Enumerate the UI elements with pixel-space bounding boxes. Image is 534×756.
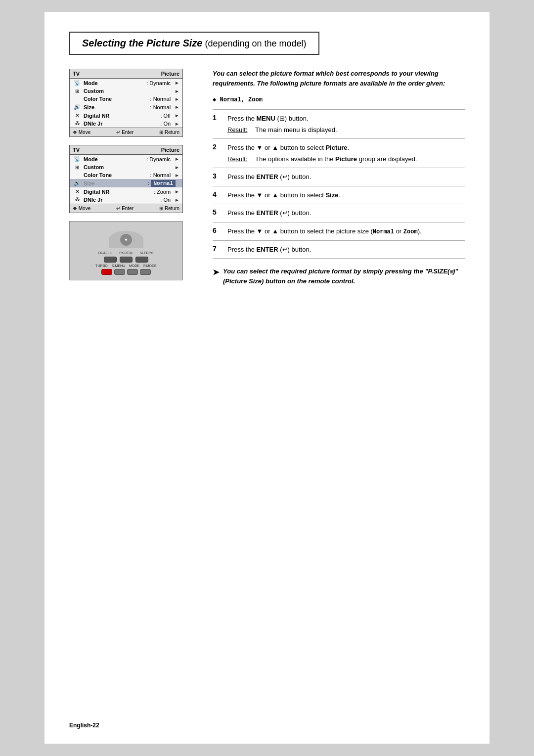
m2-colortone-value: : Normal: [150, 172, 171, 178]
m2-custom-arrow: ►: [175, 165, 179, 170]
page: Selecting the Picture Size (depending on…: [44, 12, 490, 744]
dnr-label: Digital NR: [84, 113, 159, 119]
step-5-row: 5 Press the ENTER (↵) button.: [213, 204, 465, 222]
step-1-num: 1: [213, 110, 227, 139]
step-4-keyword: Size: [325, 191, 338, 199]
menu-symbol: (⊞): [277, 115, 287, 122]
step-2-row: 2 Press the ▼ or ▲ button to select Pict…: [213, 139, 465, 168]
step-3-text: Press the ENTER (↵) button.: [227, 172, 465, 182]
step-3-keyword: ENTER: [257, 173, 278, 180]
step-2-result-text: The options available in the Picture gro…: [255, 154, 417, 164]
menu2-row-colortone: Color Tone : Normal ►: [70, 171, 182, 179]
page-title: Selecting the Picture Size (depending on…: [82, 38, 307, 48]
m2-size-label: Size: [84, 180, 146, 186]
step-5-text: Press the ENTER (↵) button.: [227, 208, 465, 218]
remote-btn-pmode: [140, 269, 151, 275]
step-7-num: 7: [213, 240, 227, 259]
page-number: English-22: [69, 722, 99, 729]
dnie-arrow: ►: [175, 121, 179, 127]
step-2-result: Result: The options available in the Pic…: [227, 154, 465, 164]
step-6-text: Press the ▼ or ▲ button to select the pi…: [227, 226, 465, 236]
step-6-content: Press the ▼ or ▲ button to select the pi…: [227, 222, 465, 240]
menu1-row-dnr: ✕ Digital NR : Off ►: [70, 111, 182, 120]
step-6-normal: Normal: [373, 228, 394, 235]
remote-label-psize: P.SIZE⊞: [119, 251, 133, 255]
menu2-footer: ❖ Move ↵ Enter ⊞ Return: [70, 204, 182, 213]
dnie-value: : On: [160, 121, 171, 127]
step-7-row: 7 Press the ENTER (↵) button.: [213, 240, 465, 259]
m2-dnie-value: : On: [160, 197, 171, 203]
page-footer: English-22: [69, 722, 99, 729]
step-4-row: 4 Press the ▼ or ▲ button to select Size…: [213, 186, 465, 204]
remote-btn-smenu: [114, 269, 125, 275]
step-5-content: Press the ENTER (↵) button.: [227, 204, 465, 222]
step-1-result-label: Result:: [227, 125, 247, 135]
menu2-row-dnr: ✕ Digital NR : Zoom ►: [70, 187, 182, 196]
custom-icon: ⊞: [73, 89, 82, 94]
m2-custom-icon: ⊞: [73, 165, 82, 170]
m2-colortone-label: Color Tone: [84, 172, 148, 178]
dnr-icon: ✕: [73, 112, 82, 119]
left-panel: TV Picture 📡 Mode : Dynamic ► ⊞ Custom ►: [69, 69, 198, 286]
menu1-row-mode: 📡 Mode : Dynamic ►: [70, 79, 182, 87]
step-3-num: 3: [213, 168, 227, 186]
remote-illustration: ▼ DUAL I·II P.SIZE⊞ SLEEP⊙ TURBO S.MENU …: [69, 221, 183, 280]
remote-label-sleep: SLEEP⊙: [139, 251, 154, 255]
step-2-picture-bold: Picture: [335, 155, 357, 163]
m2-mode-value: : Dynamic: [146, 156, 171, 162]
menu1-row-colortone: Color Tone : Normal ►: [70, 95, 182, 103]
step-2-keyword: Picture: [325, 144, 347, 151]
menu1-row-dnie: ⁂ DNIe Jr : On ►: [70, 120, 182, 128]
remote-btn-dual: [104, 257, 117, 263]
step-6-row: 6 Press the ▼ or ▲ button to select the …: [213, 222, 465, 240]
colortone-arrow: ►: [175, 96, 179, 102]
steps-table: 1 Press the MENU (⊞) button. Result: The…: [213, 109, 465, 259]
step-1-result-text: The main menu is displayed.: [255, 125, 337, 135]
mode-value: : Dynamic: [146, 80, 171, 86]
m2-size-icon: 🔊: [73, 180, 82, 186]
m2-dnie-icon: ⁂: [73, 197, 82, 202]
step-4-text: Press the ▼ or ▲ button to select Size.: [227, 190, 465, 200]
page-title-box: Selecting the Picture Size (depending on…: [69, 32, 319, 55]
menu2-footer-return: ⊞ Return: [159, 206, 179, 211]
remote-btn-psize: [120, 257, 133, 263]
bullet-line: ◆ Normal, Zoom: [213, 96, 465, 103]
menu1-row-custom: ⊞ Custom ►: [70, 87, 182, 95]
menu-box-1: TV Picture 📡 Mode : Dynamic ► ⊞ Custom ►: [69, 69, 183, 137]
m2-custom-label: Custom: [84, 164, 169, 170]
menu1-footer-enter: ↵ Enter: [116, 130, 134, 135]
right-panel: You can select the picture format which …: [213, 69, 465, 286]
menu-header-tv-2: TV: [73, 147, 80, 153]
remote-btn-turbo: [101, 269, 112, 275]
step-7-content: Press the ENTER (↵) button.: [227, 240, 465, 259]
step-5-enter-symbol: (↵): [280, 209, 290, 217]
mode-icon: 📡: [73, 80, 82, 86]
custom-label: Custom: [84, 88, 169, 94]
remote-label-pmode: P.MODE: [143, 264, 157, 267]
step-5-num: 5: [213, 204, 227, 222]
tip-arrow-icon: ➤: [213, 267, 219, 286]
page-title-bold: Selecting the Picture Size: [82, 38, 202, 48]
remote-btn-sleep: [135, 257, 148, 263]
step-7-text: Press the ENTER (↵) button.: [227, 245, 465, 255]
size-arrow: ►: [175, 104, 179, 110]
m2-mode-arrow: ►: [175, 156, 179, 162]
size-icon: 🔊: [73, 104, 82, 110]
step-7-keyword: ENTER: [257, 246, 278, 253]
menu-header-2: TV Picture: [70, 145, 182, 155]
step-2-result-label: Result:: [227, 154, 247, 164]
m2-dnie-label: DNIe Jr: [84, 197, 158, 203]
m2-colortone-arrow: ►: [175, 173, 179, 178]
m2-mode-label: Mode: [84, 156, 144, 162]
m2-size-value: : Normal: [148, 180, 176, 186]
menu2-footer-enter: ↵ Enter: [116, 206, 134, 211]
m2-dnr-label: Digital NR: [84, 189, 152, 195]
mode-arrow: ►: [175, 80, 179, 86]
menu2-row-mode: 📡 Mode : Dynamic ►: [70, 155, 182, 163]
step-1-content: Press the MENU (⊞) button. Result: The m…: [227, 110, 465, 139]
colortone-label: Color Tone: [84, 96, 148, 102]
dnr-value: : Off: [161, 113, 171, 119]
m2-mode-icon: 📡: [73, 156, 82, 162]
step-1-result: Result: The main menu is displayed.: [227, 125, 465, 135]
colortone-value: : Normal: [150, 96, 171, 102]
